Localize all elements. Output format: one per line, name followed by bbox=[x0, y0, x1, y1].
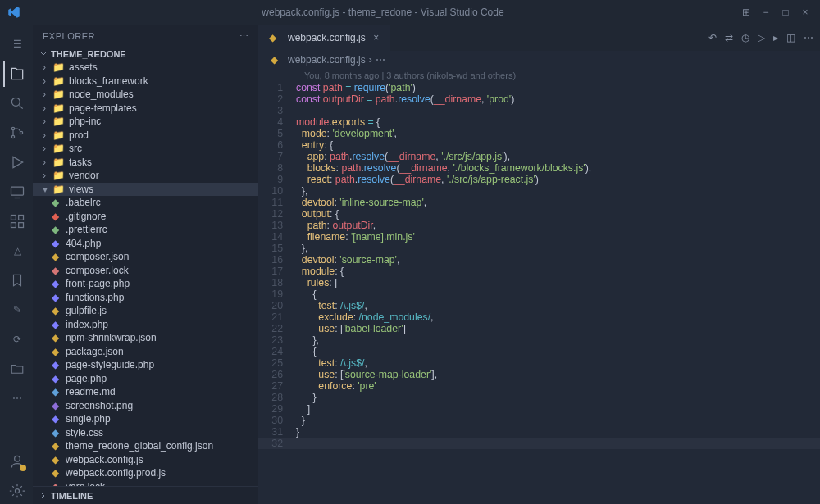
folder-open-icon[interactable] bbox=[3, 356, 30, 382]
file-package-json[interactable]: ◆package.json bbox=[33, 345, 258, 359]
folder-assets[interactable]: ›📁assets bbox=[33, 61, 258, 75]
maximize-button[interactable]: □ bbox=[777, 4, 794, 20]
explorer-icon[interactable] bbox=[3, 61, 30, 87]
timeline-section[interactable]: TIMELINE bbox=[33, 486, 258, 504]
settings-gear-icon[interactable] bbox=[3, 478, 30, 504]
file-index-php[interactable]: ◆index.php bbox=[33, 318, 258, 332]
code-line-28[interactable]: 28 } bbox=[258, 392, 820, 403]
more-icon[interactable]: ⋯ bbox=[3, 385, 30, 411]
svg-point-1 bbox=[11, 127, 14, 129]
minimize-button[interactable]: − bbox=[758, 4, 774, 20]
code-line-24[interactable]: 24 { bbox=[258, 346, 820, 357]
file-composer-lock[interactable]: ◆composer.lock bbox=[33, 264, 258, 278]
editor-more-icon[interactable]: ⋯ bbox=[804, 32, 813, 43]
code-line-30[interactable]: 30 } bbox=[258, 415, 820, 426]
code-line-31[interactable]: 31} bbox=[258, 426, 820, 438]
file--gitignore[interactable]: ◆.gitignore bbox=[33, 210, 258, 224]
file-icon: ◆ bbox=[49, 319, 61, 330]
search-icon[interactable] bbox=[3, 90, 30, 116]
tool-icon[interactable]: ✎ bbox=[3, 297, 30, 323]
remote-icon[interactable] bbox=[3, 179, 30, 205]
code-line-3[interactable]: 3 bbox=[258, 105, 820, 116]
file-screenshot-png[interactable]: ◆screenshot.png bbox=[33, 399, 258, 413]
folder-tasks[interactable]: ›📁tasks bbox=[33, 156, 258, 170]
split-icon[interactable]: ◫ bbox=[786, 32, 795, 43]
file-yarn-lock[interactable]: ◆yarn.lock bbox=[33, 480, 258, 487]
code-line-26[interactable]: 26 use: ['source-map-loader'], bbox=[258, 369, 820, 380]
close-button[interactable]: × bbox=[797, 4, 813, 20]
folder-vendor[interactable]: ›📁vendor bbox=[33, 169, 258, 183]
code-line-5[interactable]: 5 mode: 'development', bbox=[258, 128, 820, 139]
extensions-icon[interactable] bbox=[3, 208, 30, 234]
code-line-6[interactable]: 6 entry: { bbox=[258, 139, 820, 151]
layout-icon[interactable]: ⊞ bbox=[738, 4, 754, 20]
file-single-php[interactable]: ◆single.php bbox=[33, 412, 258, 426]
code-line-25[interactable]: 25 test: /\.js$/, bbox=[258, 357, 820, 369]
bookmark-icon[interactable] bbox=[3, 267, 30, 293]
code-line-11[interactable]: 11 devtool: 'inline-source-map', bbox=[258, 197, 820, 208]
source-control-icon[interactable] bbox=[3, 120, 30, 146]
triangle-icon[interactable]: △ bbox=[3, 238, 30, 264]
code-line-2[interactable]: 2const outputDir = path.resolve(__dirnam… bbox=[258, 93, 820, 105]
code-line-8[interactable]: 8 blocks: path.resolve(__dirname, './blo… bbox=[258, 162, 820, 174]
run-debug-icon[interactable] bbox=[3, 149, 30, 175]
folder-src[interactable]: ›📁src bbox=[33, 142, 258, 156]
file--prettierrc[interactable]: ◆.prettierrc bbox=[33, 223, 258, 237]
file-readme-md[interactable]: ◆readme.md bbox=[33, 385, 258, 399]
undo-icon[interactable]: ↶ bbox=[708, 32, 717, 43]
folder-views[interactable]: ▾📁views bbox=[33, 183, 258, 197]
code-line-20[interactable]: 20 test: /\.js$/, bbox=[258, 300, 820, 311]
play-icon[interactable]: ▷ bbox=[758, 32, 765, 43]
folder-blocks_framework[interactable]: ›📁blocks_framework bbox=[33, 75, 258, 89]
code-line-10[interactable]: 10 }, bbox=[258, 185, 820, 197]
run-icon[interactable]: ▸ bbox=[773, 32, 778, 43]
folder-php-inc[interactable]: ›📁php-inc bbox=[33, 115, 258, 129]
refresh-icon[interactable]: ⟳ bbox=[3, 326, 30, 352]
code-line-16[interactable]: 16 devtool: 'source-map', bbox=[258, 254, 820, 266]
file-front-page-php[interactable]: ◆front-page.php bbox=[33, 277, 258, 291]
file--babelrc[interactable]: ◆.babelrc bbox=[33, 196, 258, 210]
project-header[interactable]: THEME_REDONE bbox=[33, 48, 258, 61]
code-line-32[interactable]: 32 bbox=[258, 438, 820, 449]
code-line-17[interactable]: 17 module: { bbox=[258, 266, 820, 277]
code-line-21[interactable]: 21 exclude: /node_modules/, bbox=[258, 311, 820, 323]
code-line-4[interactable]: 4module.exports = { bbox=[258, 116, 820, 128]
code-editor[interactable]: 1const path = require('path')2const outp… bbox=[258, 82, 820, 504]
code-line-29[interactable]: 29 ] bbox=[258, 403, 820, 415]
folder-node_modules[interactable]: ›📁node_modules bbox=[33, 88, 258, 102]
code-line-13[interactable]: 13 path: outputDir, bbox=[258, 220, 820, 231]
tab-close-icon[interactable]: × bbox=[371, 32, 382, 43]
code-line-9[interactable]: 9 react: path.resolve(__dirname, './src/… bbox=[258, 174, 820, 185]
code-line-22[interactable]: 22 use: ['babel-loader'] bbox=[258, 323, 820, 334]
svg-rect-5 bbox=[11, 216, 16, 220]
code-line-15[interactable]: 15 }, bbox=[258, 243, 820, 254]
file-composer-json[interactable]: ◆composer.json bbox=[33, 250, 258, 264]
tab-webpack-config[interactable]: ◆ webpack.config.js × bbox=[258, 25, 390, 51]
diff-icon[interactable]: ⇄ bbox=[725, 32, 733, 43]
code-line-18[interactable]: 18 rules: [ bbox=[258, 277, 820, 288]
file-npm-shrinkwrap-json[interactable]: ◆npm-shrinkwrap.json bbox=[33, 331, 258, 345]
code-line-19[interactable]: 19 { bbox=[258, 288, 820, 300]
file-page-styleguide-php[interactable]: ◆page-styleguide.php bbox=[33, 358, 258, 372]
file-theme_redone_global_config-json[interactable]: ◆theme_redone_global_config.json bbox=[33, 439, 258, 453]
menu-icon[interactable]: ☰ bbox=[3, 31, 30, 57]
code-line-12[interactable]: 12 output: { bbox=[258, 208, 820, 220]
code-line-7[interactable]: 7 app: path.resolve(__dirname, './src/js… bbox=[258, 151, 820, 162]
code-line-1[interactable]: 1const path = require('path') bbox=[258, 82, 820, 93]
accounts-icon[interactable] bbox=[3, 448, 30, 474]
file-webpack-config-prod-js[interactable]: ◆webpack.config.prod.js bbox=[33, 466, 258, 480]
file-page-php[interactable]: ◆page.php bbox=[33, 372, 258, 386]
code-line-23[interactable]: 23 }, bbox=[258, 334, 820, 346]
history-icon[interactable]: ◷ bbox=[741, 32, 749, 43]
file-404-php[interactable]: ◆404.php bbox=[33, 237, 258, 251]
code-line-14[interactable]: 14 filename: '[name].min.js' bbox=[258, 231, 820, 243]
file-webpack-config-js[interactable]: ◆webpack.config.js bbox=[33, 453, 258, 467]
file-gulpfile-js[interactable]: ◆gulpfile.js bbox=[33, 304, 258, 318]
folder-page-templates[interactable]: ›📁page-templates bbox=[33, 102, 258, 116]
file-style-css[interactable]: ◆style.css bbox=[33, 426, 258, 440]
code-line-27[interactable]: 27 enforce: 'pre' bbox=[258, 380, 820, 392]
folder-prod[interactable]: ›📁prod bbox=[33, 129, 258, 143]
breadcrumb[interactable]: ◆webpack.config.js › ⋯ bbox=[258, 51, 820, 69]
file-functions-php[interactable]: ◆functions.php bbox=[33, 291, 258, 305]
explorer-more-icon[interactable]: ⋯ bbox=[239, 31, 249, 42]
